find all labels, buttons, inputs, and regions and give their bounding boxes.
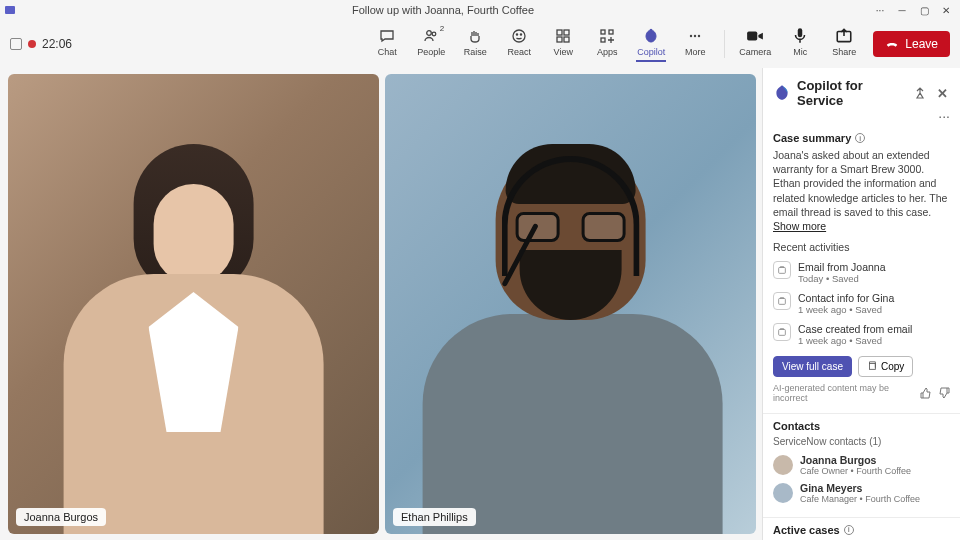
raise-hand-button[interactable]: Raise (460, 27, 490, 57)
mic-icon (791, 27, 809, 45)
avatar (773, 483, 793, 503)
panel-title: Copilot for Service (797, 78, 906, 108)
thumbs-down-icon[interactable] (938, 387, 950, 399)
name-tag: Joanna Burgos (16, 508, 106, 526)
svg-point-1 (427, 30, 432, 35)
maximize-button[interactable]: ▢ (914, 2, 934, 18)
svg-rect-19 (779, 267, 786, 273)
contact-row[interactable]: Gina MeyersCafe Manager • Fourth Coffee (773, 479, 950, 507)
view-full-case-button[interactable]: View full case (773, 356, 852, 377)
contacts-section: Contacts ServiceNow contacts (1) Joanna … (763, 414, 960, 518)
svg-point-3 (513, 30, 525, 42)
camera-icon (746, 27, 764, 45)
svg-rect-0 (5, 6, 15, 14)
share-button[interactable]: Share (829, 27, 859, 57)
copilot-button[interactable]: Copilot (636, 27, 666, 62)
case-icon (773, 323, 791, 341)
activity-row[interactable]: Email from JoannaToday • Saved (773, 257, 950, 288)
apps-icon (598, 27, 616, 45)
name-tag: Ethan Phillips (393, 508, 476, 526)
view-button[interactable]: View (548, 27, 578, 57)
chat-button[interactable]: Chat (372, 27, 402, 57)
participant-tile-ethan[interactable]: Ethan Phillips (385, 74, 756, 534)
svg-rect-12 (601, 38, 605, 42)
summary-text: Joana's asked about an extended warranty… (773, 148, 950, 219)
content-area: Joanna Burgos Ethan Phillips Copilot fo (0, 68, 960, 540)
svg-point-2 (432, 32, 436, 36)
copilot-logo-icon (773, 84, 791, 102)
chat-icon (378, 27, 396, 45)
svg-rect-21 (779, 329, 786, 335)
recent-activities-label: Recent activities (773, 241, 950, 253)
apps-button[interactable]: Apps (592, 27, 622, 57)
panel-more-icon[interactable]: ··· (763, 112, 960, 126)
svg-rect-7 (564, 30, 569, 35)
svg-rect-9 (564, 37, 569, 42)
more-icon[interactable]: ··· (870, 2, 890, 18)
case-icon (773, 292, 791, 310)
emoji-icon (510, 27, 528, 45)
svg-rect-8 (557, 37, 562, 42)
title-bar: Follow up with Joanna, Fourth Coffee ···… (0, 0, 960, 20)
grid-icon (554, 27, 572, 45)
activity-row[interactable]: Contact info for Gina1 week ago • Saved (773, 288, 950, 319)
share-icon (835, 27, 853, 45)
close-button[interactable]: ✕ (936, 2, 956, 18)
pin-icon[interactable] (912, 85, 928, 101)
svg-rect-16 (747, 31, 757, 40)
ai-disclaimer: AI-generated content may be incorrect (773, 383, 920, 403)
meeting-timer: 22:06 (42, 37, 72, 51)
people-icon: 2 (422, 27, 440, 45)
ellipsis-icon (686, 27, 704, 45)
app-icon (4, 4, 16, 16)
hand-icon (466, 27, 484, 45)
thumbs-up-icon[interactable] (920, 387, 932, 399)
close-panel-icon[interactable]: ✕ (934, 85, 950, 101)
svg-rect-6 (557, 30, 562, 35)
svg-point-4 (517, 33, 518, 34)
activity-row[interactable]: Case created from email1 week ago • Save… (773, 319, 950, 350)
info-icon[interactable]: i (844, 525, 854, 535)
window-title: Follow up with Joanna, Fourth Coffee (16, 4, 870, 16)
copilot-icon (642, 27, 660, 45)
svg-point-14 (694, 34, 696, 36)
video-stage: Joanna Burgos Ethan Phillips (0, 68, 762, 540)
case-summary-section: Case summaryi Joana's asked about an ext… (763, 126, 960, 414)
mic-button[interactable]: Mic (785, 27, 815, 57)
camera-button[interactable]: Camera (739, 27, 771, 57)
toolbar-separator (724, 30, 725, 58)
people-button[interactable]: 2 People (416, 27, 446, 57)
svg-point-13 (690, 34, 692, 36)
leave-button[interactable]: Leave (873, 31, 950, 57)
more-button[interactable]: More (680, 27, 710, 57)
contacts-source: ServiceNow contacts (1) (773, 436, 950, 447)
show-more-link[interactable]: Show more (773, 220, 826, 232)
svg-point-15 (698, 34, 700, 36)
copy-button[interactable]: Copy (858, 356, 913, 377)
minimize-button[interactable]: ─ (892, 2, 912, 18)
svg-point-5 (521, 33, 522, 34)
svg-rect-22 (869, 364, 875, 370)
shield-icon (10, 38, 22, 50)
meeting-toolbar: 22:06 Chat 2 People Raise React View App… (0, 20, 960, 68)
info-icon[interactable]: i (855, 133, 865, 143)
record-icon (28, 40, 36, 48)
case-icon (773, 261, 791, 279)
avatar (773, 455, 793, 475)
svg-rect-10 (601, 30, 605, 34)
copilot-panel: Copilot for Service ✕ ··· Case summaryi … (762, 68, 960, 540)
contact-row[interactable]: Joanna BurgosCafe Owner • Fourth Coffee (773, 451, 950, 479)
active-cases-section: Active casesi Issue with Smart Brew 300J… (763, 518, 960, 540)
hangup-icon (885, 37, 899, 51)
svg-rect-17 (798, 28, 803, 37)
recording-indicator: 22:06 (10, 37, 72, 51)
react-button[interactable]: React (504, 27, 534, 57)
svg-rect-11 (609, 30, 613, 34)
svg-rect-20 (779, 298, 786, 304)
participant-tile-joanna[interactable]: Joanna Burgos (8, 74, 379, 534)
copy-icon (867, 361, 877, 371)
